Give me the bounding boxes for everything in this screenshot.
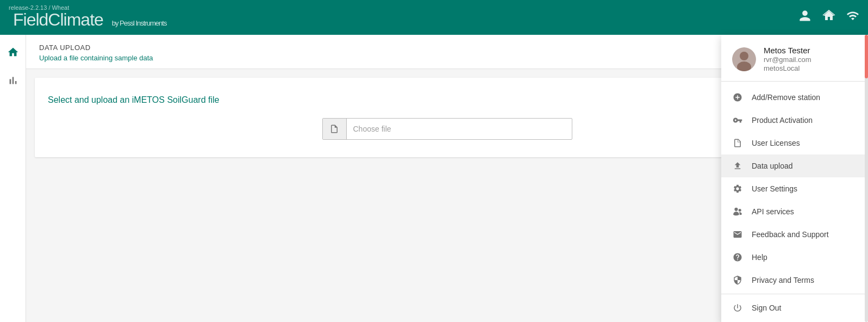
menu-label-add-remove-station: Add/Remove station [752,93,820,102]
menu-label-privacy-terms: Privacy and Terms [752,276,814,284]
menu-label-data-upload: Data upload [752,162,793,170]
person-icon[interactable] [798,9,811,26]
logo-byline: by Pessl Instruments [112,19,167,27]
shield-icon [732,275,743,285]
app-header: release-2.2.13 / Wheat FieldClimate by P… [0,0,868,35]
sidebar-item-chart[interactable] [0,67,26,94]
menu-item-data-upload[interactable]: Data upload [721,154,868,177]
file-input-wrapper: Choose file [322,118,572,140]
avatar [732,47,756,71]
menu-label-feedback-support: Feedback and Support [752,230,829,239]
dropdown-user-info: Metos Tester rvr@gmail.com metosLocal [764,46,811,72]
settings-icon [732,184,743,194]
menu-item-user-settings[interactable]: User Settings [721,177,868,200]
menu-item-privacy-terms[interactable]: Privacy and Terms [721,269,868,292]
menu-item-help[interactable]: Help [721,246,868,269]
api-icon [732,207,743,216]
dropdown-user-name: Metos Tester [764,46,811,55]
dropdown-user-email: rvr@gmail.com [764,55,811,64]
file-placeholder[interactable]: Choose file [347,118,572,140]
help-icon [732,252,743,262]
menu-item-add-remove-station[interactable]: Add/Remove station [721,86,868,109]
menu-label-product-activation: Product Activation [752,116,813,125]
card-title-highlight: iMETOS SoilGuard [132,95,206,104]
card-title-suffix: file [206,95,220,104]
card-title-prefix: Select and upload an [48,95,132,104]
svg-point-2 [740,52,748,60]
upload-icon [732,161,743,171]
menu-item-feedback-support[interactable]: Feedback and Support [721,223,868,246]
svg-rect-0 [826,17,827,20]
menu-item-product-activation[interactable]: Product Activation [721,109,868,132]
sidebar-item-home[interactable] [0,39,26,65]
user-dropdown-menu: Metos Tester rvr@gmail.com metosLocal Ad… [721,35,868,322]
add-circle-icon [732,92,743,102]
menu-label-user-licenses: User Licenses [752,139,800,147]
description-icon [732,138,743,148]
menu-item-sign-out[interactable]: Sign Out [721,296,868,319]
menu-label-api-services: API services [752,207,794,216]
dropdown-user-section: Metos Tester rvr@gmail.com metosLocal [721,35,868,82]
sidebar [0,35,26,322]
menu-divider [721,294,868,294]
home-building-icon[interactable] [822,9,835,26]
dropdown-items: Add/Remove station Product Activation Us… [721,82,868,322]
vpn-key-icon [732,115,743,125]
app-logo: FieldClimate by Pessl Instruments [9,10,166,30]
file-icon[interactable] [323,119,347,139]
logo-text: FieldClimate [13,10,103,29]
menu-item-user-licenses[interactable]: User Licenses [721,132,868,154]
header-icons [798,9,859,26]
menu-label-sign-out: Sign Out [752,304,781,312]
email-icon [732,230,743,239]
dropdown-user-local: metosLocal [764,64,811,72]
menu-label-user-settings: User Settings [752,184,797,193]
power-icon [732,303,743,313]
wifi-icon[interactable] [846,9,859,26]
menu-label-help: Help [752,253,767,262]
menu-item-api-services[interactable]: API services [721,200,868,223]
